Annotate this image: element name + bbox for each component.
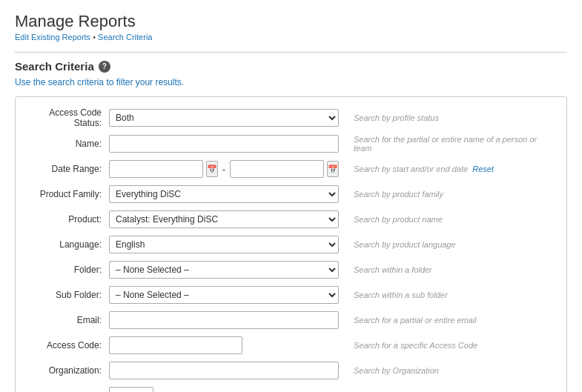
help-icon[interactable]: ? <box>99 61 110 73</box>
label-name: Name: <box>27 139 109 149</box>
control-product-family: Everything DiSC Five Behaviors <box>109 185 339 203</box>
select-access-code-status[interactable]: Both Active Inactive <box>109 109 339 127</box>
input-date-start[interactable] <box>109 160 203 178</box>
row-product: Product: Catalyst: Everything DiSC Every… <box>27 210 555 229</box>
hint-organization: Search by Organization <box>354 366 439 375</box>
select-product-family[interactable]: Everything DiSC Five Behaviors <box>109 185 339 203</box>
input-date-end[interactable] <box>230 160 324 178</box>
label-product-family: Product Family: <box>27 189 109 199</box>
row-product-family: Product Family: Everything DiSC Five Beh… <box>27 185 555 204</box>
calendar-start-icon[interactable]: 📅 <box>206 161 218 177</box>
row-sub-folder: Sub Folder: – None Selected – Search wit… <box>27 285 555 305</box>
section-title-row: Search Criteria ? <box>15 52 567 73</box>
row-access-code: Access Code: Search for a specific Acces… <box>27 336 555 355</box>
select-product[interactable]: Catalyst: Everything DiSC Everything DiS… <box>109 210 339 228</box>
section-title-text: Search Criteria <box>15 60 94 73</box>
label-access-code: Access Code: <box>27 340 109 351</box>
select-folder[interactable]: – None Selected – <box>109 261 339 279</box>
select-results-per-page[interactable]: 10 25 50 100 <box>109 387 153 392</box>
label-language: Language: <box>27 239 109 250</box>
label-product: Product: <box>27 214 109 225</box>
label-date-range: Date Range: <box>27 164 109 174</box>
hint-access-code: Search for a specific Access Code <box>354 341 477 350</box>
label-folder: Folder: <box>27 265 109 275</box>
control-product: Catalyst: Everything DiSC Everything DiS… <box>109 210 339 228</box>
calendar-end-icon[interactable]: 📅 <box>327 161 339 177</box>
breadcrumb-link-edit[interactable]: Edit Existing Reports <box>15 33 90 41</box>
row-results-per-page: Results Per Page: 10 25 50 100 Number of… <box>27 386 555 392</box>
hint-email: Search for a partial or entire email <box>354 316 477 325</box>
row-date-range: Date Range: 📅 - 📅 Search by start and/or… <box>27 159 555 179</box>
date-separator: - <box>221 164 227 175</box>
input-access-code[interactable] <box>109 336 242 354</box>
label-sub-folder: Sub Folder: <box>27 290 109 300</box>
select-sub-folder[interactable]: – None Selected – <box>109 286 339 304</box>
hint-product: Search by product name <box>354 215 443 224</box>
label-organization: Organization: <box>27 365 109 376</box>
info-text: Use the search criteria to filter your r… <box>15 77 567 87</box>
control-sub-folder: – None Selected – <box>109 286 339 304</box>
hint-access-code-status: Search by profile status <box>354 113 439 122</box>
control-name <box>109 135 339 153</box>
control-email <box>109 311 339 329</box>
control-access-code <box>109 336 339 354</box>
label-email: Email: <box>27 315 109 325</box>
breadcrumb: Edit Existing Reports • Search Criteria <box>15 33 567 41</box>
row-email: Email: Search for a partial or entire em… <box>27 310 555 330</box>
control-results-per-page: 10 25 50 100 <box>109 387 339 392</box>
input-name[interactable] <box>109 135 339 153</box>
control-language: English Spanish French <box>109 236 339 253</box>
control-organization <box>109 362 339 379</box>
label-access-code-status: Access Code Status: <box>27 107 109 128</box>
row-access-code-status: Access Code Status: Both Active Inactive… <box>27 107 555 128</box>
control-date-range: 📅 - 📅 <box>109 160 339 178</box>
date-range-reset-link[interactable]: Reset <box>472 165 494 173</box>
hint-product-family: Search by product family <box>354 190 443 199</box>
page-title: Manage Reports <box>15 12 567 31</box>
row-name: Name: Search for the partial or entire n… <box>27 134 555 153</box>
search-criteria-box: Access Code Status: Both Active Inactive… <box>15 96 567 392</box>
hint-sub-folder: Search within a sub folder <box>354 290 448 299</box>
input-organization[interactable] <box>109 362 339 379</box>
hint-folder: Search within a folder <box>354 265 432 274</box>
control-folder: – None Selected – <box>109 261 339 279</box>
select-language[interactable]: English Spanish French <box>109 236 339 253</box>
breadcrumb-link-search[interactable]: Search Criteria <box>98 33 152 41</box>
hint-date-range: Search by start and/or end date Reset <box>354 165 494 173</box>
input-email[interactable] <box>109 311 339 329</box>
row-folder: Folder: – None Selected – Search within … <box>27 260 555 279</box>
hint-name: Search for the partial or entire name of… <box>354 135 555 153</box>
control-access-code-status: Both Active Inactive <box>109 109 339 127</box>
hint-language: Search by product language <box>354 240 456 249</box>
row-organization: Organization: Search by Organization <box>27 361 555 380</box>
row-language: Language: English Spanish French Search … <box>27 235 555 254</box>
